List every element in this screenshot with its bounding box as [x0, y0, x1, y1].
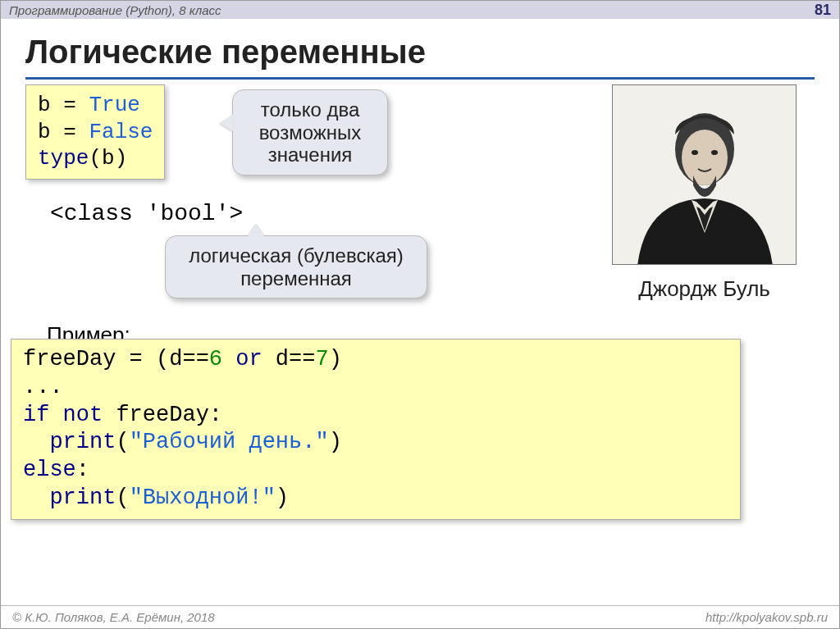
portrait-image: [612, 84, 797, 265]
slide: Программирование (Python), 8 класс 81 Ло…: [0, 0, 840, 629]
c2l5a: else: [23, 458, 76, 482]
class-output: <class 'bool'>: [50, 201, 243, 226]
topbar: Программирование (Python), 8 класс 81: [1, 1, 839, 19]
c2l1a: freeDay = (d==: [23, 347, 209, 371]
callout-tail-icon: [248, 225, 264, 236]
callout1-l1: только два: [246, 98, 374, 121]
c2l6c: "Выходной!": [130, 485, 276, 510]
c2l6d: ): [276, 485, 289, 510]
portrait-svg: [613, 85, 797, 265]
page-number: 81: [815, 2, 831, 19]
c2l1d: d==: [262, 347, 316, 371]
callout-two-values: только два возможных значения: [232, 89, 388, 175]
portrait-block: Джордж Буль: [612, 84, 797, 302]
c2l3a: if not: [23, 403, 103, 427]
code1-l3a: type: [38, 146, 89, 171]
c2l4c: "Рабочий день.": [130, 430, 329, 454]
code1-l2b: False: [89, 120, 153, 144]
c2l6b: (: [116, 485, 129, 510]
c2l4a: print: [23, 430, 116, 454]
callout1-l3: значения: [246, 144, 374, 166]
c2l1f: ): [329, 347, 342, 371]
svg-point-3: [692, 150, 698, 155]
c2l3b: freeDay:: [103, 403, 222, 427]
course-label: Программирование (Python), 8 класс: [9, 3, 221, 17]
c2l1e: 7: [315, 347, 328, 371]
c2l1b: 6: [209, 347, 222, 371]
code-box-2: freeDay = (d==6 or d==7) ... if not free…: [11, 339, 741, 520]
svg-point-2: [682, 130, 728, 185]
slide-title: Логические переменные: [1, 19, 839, 77]
code1-l3b: (b): [89, 146, 127, 171]
copyright: © К.Ю. Поляков, Е.А. Ерёмин, 2018: [12, 610, 215, 624]
callout2-l1: логическая (булевская): [179, 244, 413, 267]
code1-l1a: b =: [38, 93, 89, 117]
portrait-caption: Джордж Буль: [612, 276, 797, 302]
callout-tail-icon: [220, 115, 233, 131]
content: b = True b = False type(b) только два во…: [1, 80, 839, 604]
callout2-l2: переменная: [179, 267, 413, 290]
c2l6a: print: [23, 485, 116, 510]
c2l4b: (: [116, 430, 129, 454]
website-url: http://kpolyakov.spb.ru: [705, 610, 828, 624]
callout1-l2: возможных: [246, 121, 374, 144]
callout-boolean: логическая (булевская) переменная: [165, 235, 427, 299]
svg-point-4: [711, 150, 718, 155]
c2l5b: :: [76, 458, 89, 482]
footer: © К.Ю. Поляков, Е.А. Ерёмин, 2018 http:/…: [1, 605, 839, 628]
code1-l1b: True: [89, 93, 139, 117]
c2l1c: or: [222, 347, 262, 371]
c2l4d: ): [329, 430, 342, 454]
code-box-1: b = True b = False type(b): [25, 84, 165, 180]
c2l2: ...: [23, 375, 63, 399]
code1-l2a: b =: [38, 120, 89, 144]
